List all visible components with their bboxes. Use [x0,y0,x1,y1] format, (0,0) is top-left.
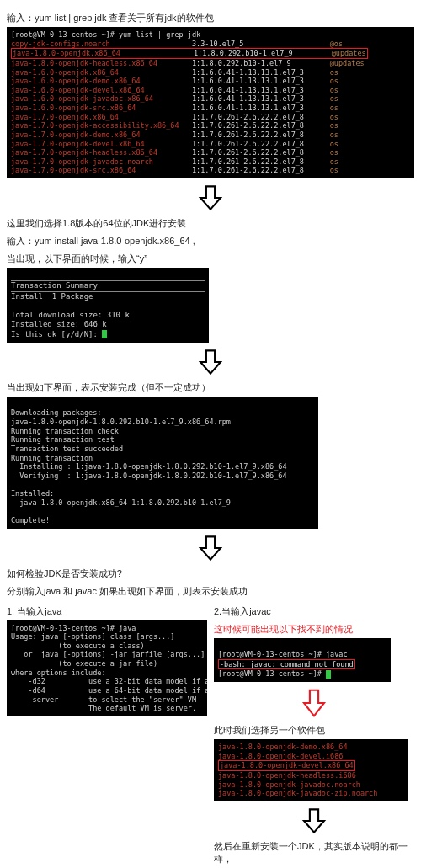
arrow-down-icon [7,348,414,376]
step4-line: 分别输入java 和 javac 如果出现如下界面，则表示安装成功 [7,585,414,598]
step4-q: 如何检验JDK是否安装成功? [7,567,414,580]
javac-error-terminal: [root@VM-0-13-centos ~]# javac -bash: ja… [214,638,391,683]
step3-terminal: Downloading packages: java-1.8.0-openjdk… [7,397,318,529]
step5-terminal: java-1.8.0-openjdk-demo.x86_64 java-1.8.… [214,739,408,801]
step2-line1: 这里我们选择1.8版本的64位的JDK进行安装 [7,217,414,230]
step4-left-title: 1. 当输入java [7,605,207,618]
arrow-down-icon [214,807,414,835]
step3-caption: 当出现如下界面，表示安装完成（但不一定成功） [7,381,414,394]
arrow-down-red-icon [214,687,414,719]
step2-terminal: Transaction Summary Install 1 Package To… [7,268,209,343]
arrow-down-icon [7,184,414,212]
step4-warning: 这时候可能出现以下找不到的情况 [214,623,414,636]
step2-line2: 输入：yum install java-1.8.0-openjdk.x86_64… [7,235,414,248]
step5-caption: 此时我们选择另一个软件包 [214,724,414,737]
step1-caption: 输入：yum list | grep jdk 查看关于所有jdk的软件包 [7,12,414,24]
step6-l1: 然后在重新安装一个JDK，其实版本说明的都一样， [214,840,414,865]
java-terminal: [root@VM-0-13-centos ~]# java Usage: jav… [7,620,207,716]
arrow-down-icon [7,534,414,562]
step2-line3: 当出现，以下界面的时候，输入“y” [7,253,414,265]
step4-right-title: 2.当输入javac [214,605,414,618]
step1-terminal: [root@VM-0-13-centos ~]# yum list | grep… [7,27,414,178]
